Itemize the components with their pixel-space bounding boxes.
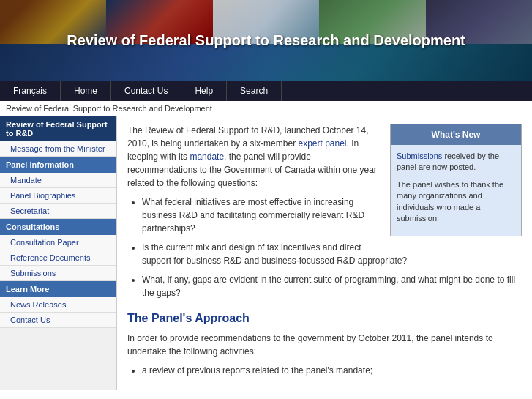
sidebar-item-contact-us[interactable]: Contact Us bbox=[0, 313, 116, 328]
nav-home[interactable]: Home bbox=[61, 81, 111, 101]
panel-approach-item-1: a review of previous reports related to … bbox=[142, 364, 522, 377]
main-layout: Review of Federal Support to R&D Message… bbox=[0, 116, 532, 390]
nav-francais[interactable]: Français bbox=[0, 81, 61, 101]
sidebar-item-secretariat[interactable]: Secretariat bbox=[0, 204, 116, 219]
question-item-3: What, if any, gaps are evident in the cu… bbox=[142, 273, 522, 299]
content-area: What's New Submissions received by the p… bbox=[117, 116, 532, 390]
panel-approach-intro: In order to provide recommendations to t… bbox=[127, 332, 522, 358]
sidebar-header-review[interactable]: Review of Federal Support to R&D bbox=[0, 116, 116, 141]
mandate-link[interactable]: mandate bbox=[190, 152, 224, 162]
sidebar-subheader-panel: Panel Information bbox=[0, 157, 116, 173]
nav-search[interactable]: Search bbox=[227, 81, 282, 101]
sidebar-subheader-learn-more: Learn More bbox=[0, 281, 116, 297]
breadcrumb: Review of Federal Support to Research an… bbox=[0, 101, 532, 116]
whats-new-line2: The panel wishes to thank the many organ… bbox=[397, 179, 515, 225]
panel-approach-title: The Panel's Approach bbox=[127, 310, 522, 327]
whats-new-body: Submissions received by the panel are no… bbox=[391, 145, 521, 236]
sidebar-item-reference-docs[interactable]: Reference Documents bbox=[0, 250, 116, 266]
site-title: Review of Federal Support to Research an… bbox=[67, 32, 465, 49]
header-banner: Review of Federal Support to Research an… bbox=[0, 0, 532, 81]
sidebar-subheader-consultations: Consultations bbox=[0, 219, 116, 235]
sidebar-item-consultation-paper[interactable]: Consultation Paper bbox=[0, 235, 116, 250]
sidebar-item-news-releases[interactable]: News Releases bbox=[0, 297, 116, 313]
main-nav: Français Home Contact Us Help Search bbox=[0, 81, 532, 101]
whats-new-line1: Submissions received by the panel are no… bbox=[397, 151, 515, 174]
sidebar-item-minister[interactable]: Message from the Minister bbox=[0, 141, 116, 157]
nav-contact[interactable]: Contact Us bbox=[111, 81, 181, 101]
question-item-2: Is the current mix and design of tax inc… bbox=[142, 241, 522, 267]
nav-help[interactable]: Help bbox=[181, 81, 227, 101]
whats-new-header: What's New bbox=[391, 124, 521, 145]
whats-new-box: What's New Submissions received by the p… bbox=[390, 124, 522, 236]
sidebar-item-submissions[interactable]: Submissions bbox=[0, 266, 116, 281]
expert-panel-link[interactable]: expert panel bbox=[298, 138, 346, 149]
sidebar: Review of Federal Support to R&D Message… bbox=[0, 116, 117, 390]
submissions-link[interactable]: Submissions bbox=[397, 152, 442, 160]
sidebar-item-biographies[interactable]: Panel Biographies bbox=[0, 188, 116, 204]
panel-approach-list: a review of previous reports related to … bbox=[142, 364, 522, 377]
sidebar-item-mandate[interactable]: Mandate bbox=[0, 173, 116, 188]
